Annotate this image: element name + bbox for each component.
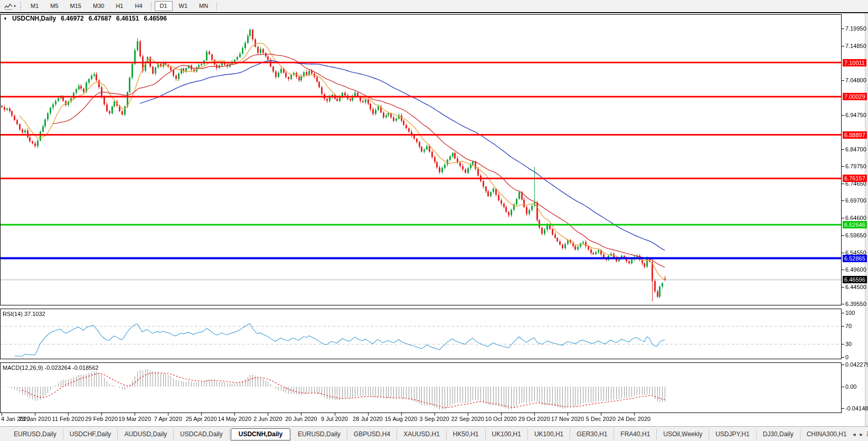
timeframe-button-w1[interactable]: W1 (174, 1, 193, 11)
chart-cursor-tool[interactable]: ▾ (2, 2, 18, 11)
chart-tab[interactable]: CHINA300,H1 (800, 429, 854, 440)
timeframe-button-m30[interactable]: M30 (88, 1, 109, 11)
toolbar-grip (20, 2, 21, 10)
timeframe-buttons: M1M5M15M30H1H4D1W1MN (25, 1, 220, 11)
chart-tab[interactable]: FRA40,H1 (614, 429, 657, 440)
tab-scroll-left-icon[interactable]: ◂ (853, 431, 856, 438)
rsi-label: RSI(14) 37.1032 (3, 311, 45, 317)
toolbar: ▾ M1M5M15M30H1H4D1W1MN (0, 0, 868, 12)
quote-close: 6.46596 (144, 15, 166, 22)
chart-canvas[interactable] (0, 13, 868, 427)
chart-tab[interactable]: UK100,H1 (528, 429, 570, 440)
timeframe-button-m1[interactable]: M1 (25, 1, 44, 11)
timeframe-button-h1[interactable]: H1 (110, 1, 128, 11)
timeframe-button-d1[interactable]: D1 (155, 1, 173, 11)
chart-tab[interactable]: USOil,Weekly (657, 429, 709, 440)
quote-open: 6.46972 (61, 15, 83, 22)
chart-tab[interactable]: USDCHF,Daily (63, 429, 118, 440)
chart-tab[interactable]: GER30,H1 (570, 429, 614, 440)
macd-label: MACD(12,26,9) -0.023264 -0.018562 (3, 365, 99, 371)
chart-symbol: USDCNH,Daily (12, 15, 56, 22)
chart-tab[interactable]: DJ30,Daily (757, 429, 800, 440)
window-edge (865, 13, 868, 427)
chart-tab[interactable]: AUDUSD,Daily (118, 429, 174, 440)
timeframe-button-m15[interactable]: M15 (65, 1, 87, 11)
quote-high: 6.47687 (89, 15, 111, 22)
chart-tab[interactable]: GBPUSD,H4 (347, 429, 397, 440)
toolbar-divider (151, 2, 152, 11)
chart-tabs: EURUSD,DailyUSDCHF,DailyAUDUSD,DailyUSDC… (0, 427, 868, 441)
mt4-window: ▾ M1M5M15M30H1H4D1W1MN ▼ USDCNH,Daily 6.… (0, 0, 868, 441)
chart-tab[interactable]: UK100,H1 (486, 429, 528, 440)
collapse-indicator-icon: ▼ (3, 16, 7, 21)
line-chart-icon (4, 3, 13, 10)
chart-tab[interactable]: EURUSD,Daily (291, 429, 347, 440)
chart-tab[interactable]: USDCAD,Daily (174, 429, 230, 440)
tab-bar: EURUSD,DailyUSDCHF,DailyAUDUSD,DailyUSDC… (0, 426, 868, 441)
chart-title: ▼ USDCNH,Daily 6.46972 6.47687 6.46151 6… (3, 15, 167, 22)
dropdown-caret-icon: ▾ (14, 4, 16, 8)
chart-window: ▼ USDCNH,Daily 6.46972 6.47687 6.46151 6… (0, 12, 868, 427)
timeframe-button-m5[interactable]: M5 (45, 1, 63, 11)
timeframe-button-h4[interactable]: H4 (129, 1, 147, 11)
tab-scroll-right-icon[interactable]: ▸ (860, 431, 863, 438)
chart-tab[interactable]: USDJPY,H1 (709, 429, 756, 440)
chart-tab[interactable]: XAUUSD,H1 (397, 429, 447, 440)
chart-tab[interactable]: HK50,H1 (447, 429, 486, 440)
tab-scroll-arrows: ◂ ▸ (848, 427, 867, 441)
quote-low: 6.46151 (116, 15, 139, 22)
chart-tab[interactable]: USDCNH,Daily (231, 428, 290, 440)
chart-tab[interactable]: EURUSD,Daily (7, 429, 63, 440)
toolbar-divider (216, 2, 217, 11)
timeframe-button-mn[interactable]: MN (194, 1, 213, 11)
